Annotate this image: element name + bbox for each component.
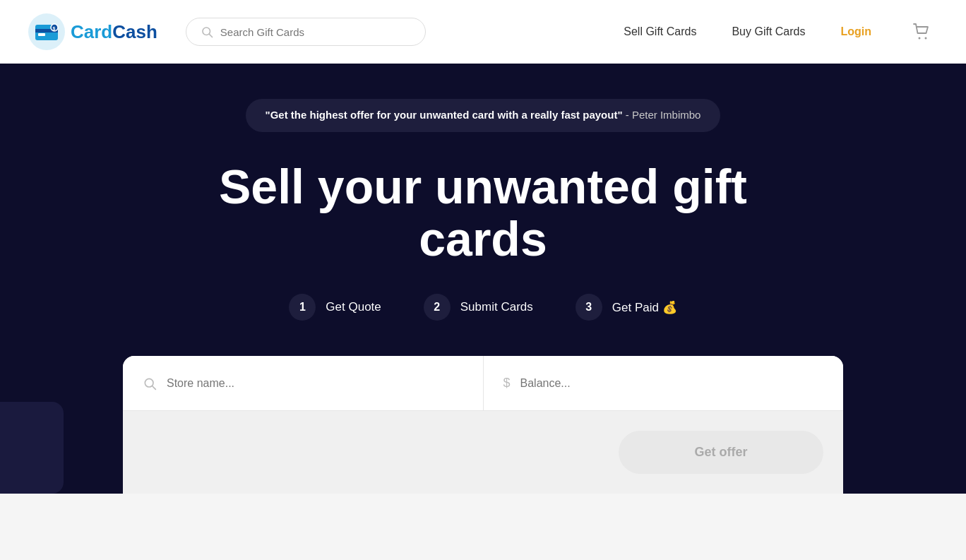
step-3-label: Get Paid 💰 [612, 300, 677, 315]
step-1-number: 1 [289, 294, 316, 321]
quote-author: - Peter Imbimbo [626, 109, 701, 121]
store-name-input[interactable] [167, 377, 463, 390]
step-3: 3 Get Paid 💰 [576, 294, 677, 321]
step-2: 2 Submit Cards [424, 294, 533, 321]
sell-gift-cards-link[interactable]: Sell Gift Cards [624, 25, 696, 38]
step-3-number: 3 [576, 294, 602, 321]
hero-section: "Get the highest offer for your unwanted… [0, 64, 966, 494]
search-icon [201, 25, 213, 38]
hero-quote: "Get the highest offer for your unwanted… [246, 99, 721, 132]
header: $ CardCash Sell Gift Cards Buy Gift Card… [0, 0, 966, 64]
svg-rect-3 [38, 33, 45, 36]
balance-input[interactable] [520, 377, 823, 390]
logo-card-text: Card [71, 21, 112, 42]
step-1: 1 Get Quote [289, 294, 381, 321]
svg-text:$: $ [53, 26, 56, 32]
search-bar[interactable] [186, 18, 426, 46]
search-input[interactable] [220, 26, 411, 38]
cart-button[interactable] [907, 16, 938, 47]
logo-cash-text: Cash [112, 21, 157, 42]
sell-form-card: $ Get offer [123, 356, 843, 494]
store-name-field[interactable] [123, 356, 483, 411]
nav: Sell Gift Cards Buy Gift Cards Login [624, 16, 938, 47]
hero-title: Sell your unwanted gift cards [165, 160, 801, 266]
dollar-icon: $ [503, 376, 511, 391]
cart-icon [912, 21, 933, 42]
svg-line-11 [153, 386, 156, 389]
logo[interactable]: $ CardCash [28, 13, 157, 50]
get-offer-button[interactable]: Get offer [619, 431, 823, 474]
form-inputs-row: $ [123, 356, 843, 411]
svg-point-9 [925, 37, 927, 40]
steps-row: 1 Get Quote 2 Submit Cards 3 Get Paid 💰 [289, 294, 676, 321]
step-2-label: Submit Cards [460, 300, 533, 314]
svg-line-7 [209, 34, 212, 37]
balance-field[interactable]: $ [483, 356, 844, 411]
form-action-row: Get offer [123, 411, 843, 494]
step-1-label: Get Quote [326, 300, 381, 314]
store-search-icon [143, 376, 157, 391]
step-2-number: 2 [424, 294, 451, 321]
svg-point-8 [919, 37, 921, 40]
buy-gift-cards-link[interactable]: Buy Gift Cards [732, 25, 805, 38]
login-link[interactable]: Login [840, 25, 871, 38]
